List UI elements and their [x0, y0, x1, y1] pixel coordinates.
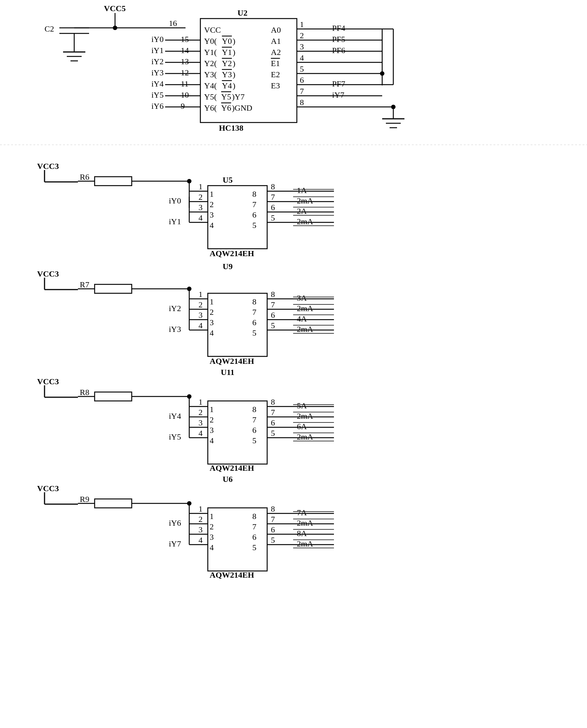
svg-text:iY3: iY3 — [169, 324, 181, 334]
svg-text:): ) — [233, 81, 235, 90]
svg-text:3A: 3A — [297, 293, 307, 303]
svg-text:2: 2 — [210, 522, 214, 531]
svg-rect-124 — [95, 284, 132, 293]
svg-text:7: 7 — [252, 307, 256, 317]
svg-text:1: 1 — [300, 20, 304, 29]
svg-text:PF4: PF4 — [332, 23, 345, 33]
u2-y2: Y2( — [204, 59, 217, 68]
svg-text:iY2: iY2 — [151, 57, 164, 66]
u9-label: U9 — [223, 262, 233, 271]
svg-text:5: 5 — [300, 64, 304, 74]
svg-text:1: 1 — [210, 297, 214, 306]
svg-text:7: 7 — [271, 408, 275, 417]
vcc3-u9: VCC3 — [37, 269, 59, 278]
svg-text:): ) — [233, 70, 235, 79]
svg-text:2A: 2A — [297, 206, 307, 216]
svg-text:1A: 1A — [297, 186, 307, 195]
svg-text:9: 9 — [181, 101, 185, 111]
u5-label: U5 — [223, 175, 233, 185]
svg-text:8: 8 — [300, 98, 304, 107]
svg-text:8: 8 — [252, 405, 256, 414]
u2-y0: Y0( — [204, 36, 217, 46]
svg-text:2mA: 2mA — [297, 411, 313, 421]
svg-text:6: 6 — [300, 75, 304, 85]
svg-text:8: 8 — [271, 182, 275, 191]
svg-text:4: 4 — [199, 321, 203, 330]
svg-text:2mA: 2mA — [297, 518, 313, 528]
u2-y2-bar: Y2 — [222, 59, 232, 68]
vcc5-label: VCC5 — [104, 4, 126, 13]
svg-text:4: 4 — [210, 543, 214, 552]
u9-type: AQW214EH — [210, 356, 254, 366]
svg-text:7: 7 — [252, 522, 256, 531]
vcc3-u5: VCC3 — [37, 161, 59, 171]
svg-text:PF7: PF7 — [332, 79, 345, 88]
svg-text:6: 6 — [271, 203, 275, 212]
u2-a0: A0 — [271, 25, 281, 35]
svg-text:1: 1 — [199, 290, 203, 299]
svg-text:5: 5 — [252, 221, 256, 230]
svg-point-72 — [391, 105, 396, 109]
svg-text:10: 10 — [181, 90, 189, 99]
svg-text:12: 12 — [181, 68, 189, 77]
vcc3-u6: VCC3 — [37, 484, 59, 493]
svg-text:): ) — [233, 48, 235, 57]
svg-text:7: 7 — [300, 86, 304, 96]
svg-text:1: 1 — [199, 397, 203, 407]
svg-text:4: 4 — [210, 328, 214, 337]
svg-text:6: 6 — [271, 310, 275, 320]
schematic: VCC5 C2 16 U2 VCC Y0( Y0 ) Y1( Y1 ) Y2( … — [0, 0, 587, 728]
svg-text:14: 14 — [181, 46, 189, 55]
svg-text:8: 8 — [271, 504, 275, 513]
svg-text:5: 5 — [252, 543, 256, 552]
svg-rect-80 — [95, 177, 132, 186]
svg-text:)Y7: )Y7 — [232, 92, 245, 101]
svg-text:6: 6 — [271, 525, 275, 534]
svg-text:8A: 8A — [297, 529, 307, 538]
r7-label: R7 — [80, 280, 89, 289]
svg-text:iY4: iY4 — [151, 79, 164, 88]
svg-text:2: 2 — [300, 31, 304, 40]
svg-text:4A: 4A — [297, 314, 307, 323]
svg-text:2mA: 2mA — [297, 304, 313, 313]
svg-text:7: 7 — [271, 192, 275, 202]
svg-text:2: 2 — [199, 515, 203, 524]
svg-text:4: 4 — [300, 53, 304, 62]
svg-text:8: 8 — [271, 397, 275, 407]
svg-text:15: 15 — [181, 35, 189, 44]
u2-e3: E3 — [271, 81, 280, 90]
svg-text:7: 7 — [271, 300, 275, 309]
u2-y3: Y3( — [204, 70, 217, 79]
svg-text:iY3: iY3 — [151, 68, 164, 77]
svg-text:iY7: iY7 — [169, 539, 181, 548]
svg-text:11: 11 — [181, 79, 188, 88]
svg-text:iY0: iY0 — [169, 196, 181, 205]
svg-text:1: 1 — [210, 512, 214, 521]
svg-text:iY6: iY6 — [169, 518, 181, 528]
u2-y4-bar: Y4 — [222, 81, 232, 90]
u2-type: HC138 — [219, 123, 243, 133]
svg-text:2: 2 — [210, 415, 214, 424]
svg-point-58 — [380, 71, 384, 76]
svg-text:7A: 7A — [297, 508, 307, 517]
svg-rect-213 — [208, 508, 267, 571]
r6-label: R6 — [80, 172, 89, 182]
u2-y6: Y6( — [204, 103, 217, 112]
svg-text:3: 3 — [199, 310, 203, 320]
svg-text:8: 8 — [252, 297, 256, 306]
u2-e1-bar: E1 — [271, 59, 280, 68]
svg-text:)GND: )GND — [232, 103, 252, 112]
svg-text:8: 8 — [271, 290, 275, 299]
svg-rect-171 — [208, 401, 267, 464]
u6-type: AQW214EH — [210, 570, 254, 580]
svg-text:3: 3 — [210, 318, 214, 327]
u2-a1: A1 — [271, 36, 281, 46]
u2-y0-bar: Y0 — [222, 36, 232, 46]
svg-text:5A: 5A — [297, 401, 307, 410]
svg-text:8: 8 — [252, 512, 256, 521]
svg-text:): ) — [233, 59, 235, 68]
svg-text:2: 2 — [210, 307, 214, 317]
svg-text:2mA: 2mA — [297, 432, 313, 441]
u11-type: AQW214EH — [210, 463, 254, 473]
svg-text:3: 3 — [210, 425, 214, 435]
